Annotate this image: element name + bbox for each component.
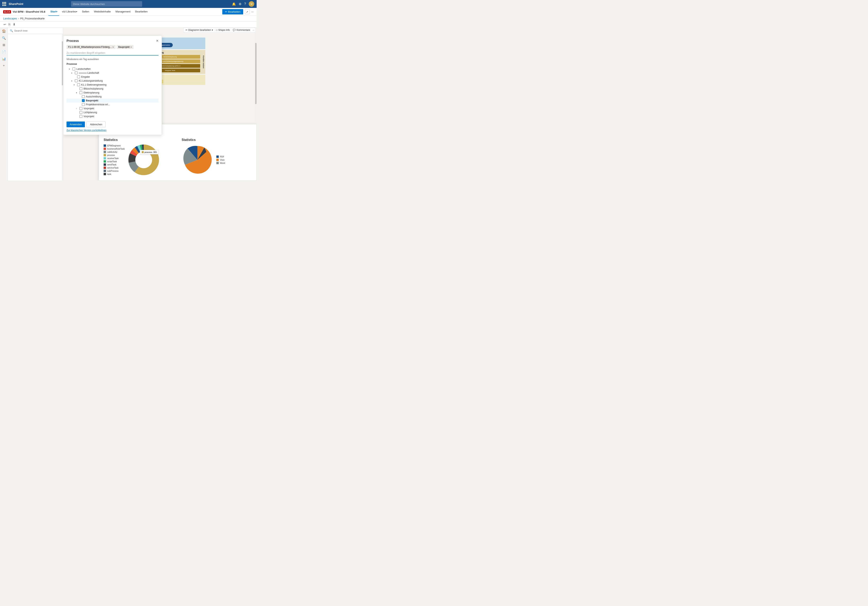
tree-item-bauprojekt[interactable]: ✓ Bauprojekt <box>67 99 158 103</box>
tree-item-k1[interactable]: ▾ K1 Leistungserstellung <box>67 79 158 83</box>
tree-item-elektro[interactable]: ▾ Elektroplanung <box>67 91 158 95</box>
home-icon[interactable]: 🏠 <box>2 29 6 33</box>
checkbox-eingabe[interactable] <box>77 76 80 78</box>
breadcrumb-sep: › <box>18 17 19 20</box>
notifications-icon[interactable]: 🔔 <box>232 2 236 6</box>
classic-link[interactable]: Zur klassischen Version zurückkehren <box>67 129 158 132</box>
download-icon[interactable]: ⬇ <box>12 22 16 27</box>
nav-item-start[interactable]: Start ▾ <box>48 8 59 16</box>
tree-item-projekt[interactable]: Projektkenntnisse erl... <box>67 103 158 107</box>
checkbox-landschaften[interactable] <box>73 68 75 70</box>
comments-btn[interactable]: 💬 Kommentare <box>233 29 250 31</box>
tree-item-vorprojekt1[interactable]: › Vorprojekt <box>67 107 158 110</box>
modal-header: Process ✕ <box>67 39 158 43</box>
legend-brt: businessRuleTask <box>104 148 125 150</box>
chart-icon[interactable]: 📊 <box>2 57 6 61</box>
tree-item-ausschreibung[interactable]: Ausschreibung <box>67 95 158 99</box>
chevron-vor1: › <box>76 107 78 110</box>
legend-color-ca <box>104 151 106 153</box>
nav-item-seiten[interactable]: Seiten <box>80 8 91 16</box>
add-icon[interactable]: + <box>3 64 5 67</box>
checkbox-blank[interactable] <box>75 71 78 74</box>
legend-task: task <box>104 173 125 175</box>
expand-button[interactable]: ⤢ <box>245 9 250 14</box>
legend-color-script <box>104 160 106 163</box>
breadcrumb-parent[interactable]: Landscapes <box>3 17 17 20</box>
diagram-area: ✏ Diagramm bearbeiten ▾ | □ Shape-Info |… <box>63 28 257 180</box>
tree-item-eingabe[interactable]: Eingabe <box>67 75 158 79</box>
cancel-button[interactable]: Abbrechen <box>87 121 105 127</box>
nav-item-vizi[interactable]: vizi Libraries ▾ <box>60 8 79 16</box>
checkbox-licht[interactable] <box>79 111 82 114</box>
tree-item-licht[interactable]: Lichtplanung <box>67 110 158 114</box>
checkbox-elektro[interactable] <box>79 91 82 94</box>
avatar[interactable]: U <box>249 1 254 7</box>
chevron-diag-icon: ▾ <box>212 29 213 31</box>
right-chart-title: Statistics <box>181 138 252 142</box>
search-tree-panel: 🔍 <box>8 28 63 180</box>
donut-chart: process: 301 <box>128 144 160 176</box>
tooltip-text: process: 301 <box>144 151 157 153</box>
tree-item-landschaften[interactable]: ▾ Landschaften <box>67 67 158 71</box>
tag-row: F1-1-00-00_Mitarbeiterprozess:Förderg...… <box>67 45 158 49</box>
tag-1-remove[interactable]: ✕ <box>112 46 114 48</box>
right-chart-section: Statistics <box>181 138 252 176</box>
settings-icon[interactable]: ⚙ <box>239 2 242 6</box>
file-icon[interactable]: 📄 <box>2 50 6 54</box>
label-elektro: Elektroplanung <box>84 91 99 94</box>
edit-diagram-btn[interactable]: ✏ Diagramm bearbeiten ▾ <box>186 29 213 31</box>
legend-color-epm <box>104 145 106 147</box>
checkbox-vor1[interactable] <box>79 107 82 110</box>
chevron-blank: ▾ <box>71 72 74 74</box>
tree-item-vorprojekt2[interactable]: Vorprojekt <box>67 114 158 118</box>
right-legend-label-pdf: PDF <box>220 155 224 158</box>
scrollbar-thumb <box>255 43 257 104</box>
tag-1: F1-1-00-00_Mitarbeiterprozess:Förderg...… <box>67 45 115 49</box>
checkbox-k1[interactable] <box>75 79 78 82</box>
right-legend-color-word <box>216 162 219 164</box>
checkbox-proj[interactable] <box>82 103 85 106</box>
tree-item-k11[interactable]: ▾ K1.1 Elektroengineering <box>67 83 158 87</box>
tree-item-blitz[interactable]: Blitzschutzplanung <box>67 87 158 91</box>
legend-recv: receiveTask <box>104 157 125 160</box>
charts-row: Statistics EPMSegment businessRuleTask <box>104 138 252 176</box>
nav-item-bearbeiten[interactable]: Bearbeiten <box>133 8 150 16</box>
tag-search-input[interactable] <box>67 51 158 56</box>
edit-button[interactable]: ✏ Bearbeiten <box>222 9 243 14</box>
checkbox-aus[interactable] <box>82 95 85 98</box>
copy-icon[interactable]: ⎘ <box>8 22 11 27</box>
search-sidebar-icon[interactable]: 🔍 <box>2 36 6 40</box>
modal-close-button[interactable]: ✕ <box>156 39 158 43</box>
tooltip-color <box>142 151 144 153</box>
more-icon[interactable]: ··· <box>251 10 253 13</box>
help-icon[interactable]: ? <box>244 2 246 6</box>
checkbox-k11[interactable] <box>77 83 80 86</box>
label-vor1: Vorprojekt <box>84 107 94 110</box>
left-chart-title: Statistics <box>104 138 174 142</box>
checkbox-blitz[interactable] <box>79 87 82 90</box>
left-legend: EPMSegment businessRuleTask callActivity <box>104 145 125 175</box>
layers-icon[interactable]: ⊞ <box>3 43 5 47</box>
apply-button[interactable]: Anwenden <box>67 121 85 127</box>
waffle-icon[interactable] <box>2 2 6 6</box>
nav-item-web[interactable]: Websiteinhalte <box>92 8 113 16</box>
main-area: 🏠 🔍 ⊞ 📄 📊 + 🔍 ✏ Diagramm bearbeiten ▾ | <box>0 28 257 180</box>
tag-2-remove[interactable]: ✕ <box>130 46 132 48</box>
label-vor2: Vorprojekt <box>84 115 94 118</box>
label-landschaften: Landschaften <box>76 68 91 70</box>
legend-color-service <box>104 166 106 169</box>
right-legend: PDF Visio Word <box>216 155 225 164</box>
more-diag-icon[interactable]: ··· <box>253 29 254 31</box>
nav-item-management[interactable]: Management <box>113 8 132 16</box>
search-tree-input[interactable] <box>14 29 61 32</box>
label-blitz: Blitzschutzplanung <box>84 87 103 90</box>
legend-proc: process <box>104 154 125 156</box>
global-search-input[interactable] <box>71 1 142 7</box>
undo-icon[interactable]: ↩ <box>3 22 6 27</box>
tree-item-blank-landschaft[interactable]: ▾ -Landschaft <box>67 71 158 75</box>
shape-info-btn[interactable]: □ Shape-Info <box>216 29 230 31</box>
legend-label-service: serviceTask <box>107 166 118 169</box>
checkbox-bau[interactable]: ✓ <box>82 99 85 102</box>
left-chart-section: Statistics EPMSegment businessRuleTask <box>104 138 174 176</box>
checkbox-vor2[interactable] <box>79 115 82 118</box>
